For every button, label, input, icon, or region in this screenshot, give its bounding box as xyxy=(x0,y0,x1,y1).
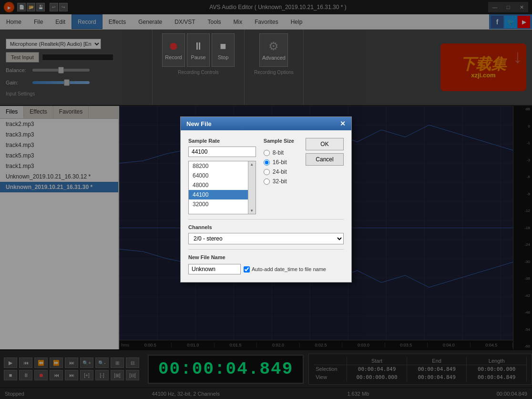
auto-add-text: Auto-add date_time to file name xyxy=(252,266,326,272)
dialog-separator-2 xyxy=(188,249,344,250)
bit8-radio[interactable] xyxy=(264,150,270,156)
bit8-label: 8-bit xyxy=(273,149,284,156)
bit16-radio[interactable] xyxy=(264,159,270,166)
ok-button[interactable]: OK xyxy=(306,138,344,150)
scrollbar-down[interactable]: ▼ xyxy=(250,208,254,214)
bit24-option[interactable]: 24-bit xyxy=(264,168,294,175)
dialog-title-bar: New File ✕ xyxy=(181,117,351,130)
bit24-label: 24-bit xyxy=(273,168,287,175)
scrollbar-up[interactable]: ▲ xyxy=(250,161,254,168)
dialog-overlay: New File ✕ Sample Rate 88200 64000 48000… xyxy=(0,0,532,399)
new-file-dialog: New File ✕ Sample Rate 88200 64000 48000… xyxy=(180,116,352,283)
bit16-label: 16-bit xyxy=(273,159,287,166)
sample-rate-col: Sample Rate 88200 64000 48000 44100 3200… xyxy=(188,138,256,214)
sample-rate-input[interactable] xyxy=(188,147,256,157)
sample-rate-scrollbar[interactable]: ▲ ▼ xyxy=(248,161,256,214)
bit8-option[interactable]: 8-bit xyxy=(264,149,294,156)
dialog-buttons: OK Cancel xyxy=(302,138,344,214)
channels-section: Channels 1/0 - mono 2/0 - stereo 2/1 - s… xyxy=(188,224,344,244)
filename-row: Auto-add date_time to file name xyxy=(188,264,344,274)
filename-section: New File Name Auto-add date_time to file… xyxy=(188,254,344,274)
sample-rate-label: Sample Rate xyxy=(188,138,256,144)
auto-add-label[interactable]: Auto-add date_time to file name xyxy=(244,266,326,273)
sample-size-radio-group: 8-bit 16-bit 24-bit 32-bit xyxy=(264,149,294,185)
sample-size-col: Sample Size 8-bit 16-bit 24-bit 32-bit xyxy=(264,138,294,214)
auto-add-checkbox[interactable] xyxy=(244,266,250,273)
sample-size-label: Sample Size xyxy=(264,138,294,144)
bit24-radio[interactable] xyxy=(264,169,270,175)
filename-input[interactable] xyxy=(188,264,241,274)
sample-rate-item-88200[interactable]: 88200 xyxy=(189,161,248,171)
sample-rate-item-32000[interactable]: 32000 xyxy=(189,200,248,209)
bit16-option[interactable]: 16-bit xyxy=(264,159,294,166)
dialog-title-text: New File xyxy=(186,120,212,127)
bit32-label: 32-bit xyxy=(273,178,287,185)
dialog-top-row: Sample Rate 88200 64000 48000 44100 3200… xyxy=(188,138,344,214)
bit32-option[interactable]: 32-bit xyxy=(264,178,294,185)
sample-rate-item-64000[interactable]: 64000 xyxy=(189,171,248,180)
sample-rate-list[interactable]: 88200 64000 48000 44100 32000 xyxy=(189,161,248,214)
channels-label: Channels xyxy=(188,224,344,230)
filename-label: New File Name xyxy=(188,254,344,260)
cancel-button[interactable]: Cancel xyxy=(306,153,344,166)
channels-control: 1/0 - mono 2/0 - stereo 2/1 - stereo+sub… xyxy=(188,233,344,244)
dialog-separator-1 xyxy=(188,219,344,220)
dialog-body: Sample Rate 88200 64000 48000 44100 3200… xyxy=(181,130,351,282)
dialog-close-button[interactable]: ✕ xyxy=(340,120,346,127)
sample-rate-list-wrapper: 88200 64000 48000 44100 32000 ▲ ▼ xyxy=(188,161,256,214)
channels-select[interactable]: 1/0 - mono 2/0 - stereo 2/1 - stereo+sub… xyxy=(188,233,344,244)
sample-rate-item-48000[interactable]: 48000 xyxy=(189,180,248,190)
bit32-radio[interactable] xyxy=(264,178,270,185)
sample-rate-item-44100[interactable]: 44100 xyxy=(189,190,248,200)
